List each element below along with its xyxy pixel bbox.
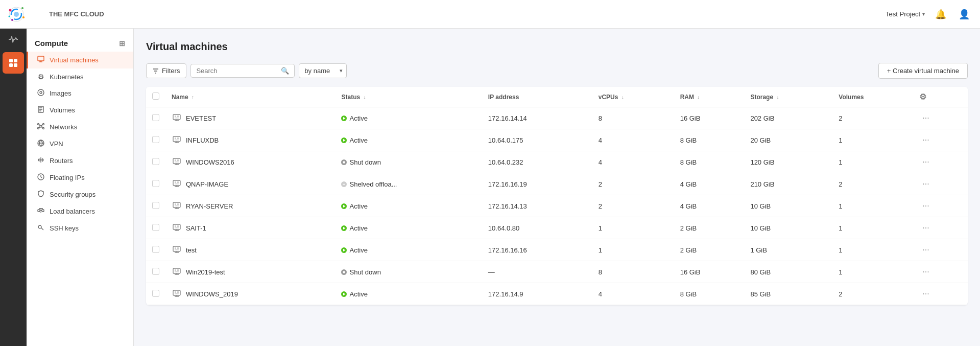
row-actions[interactable]: ··· xyxy=(913,195,968,217)
svg-rect-68 xyxy=(175,269,176,271)
row-name[interactable]: QNAP-IMAGE xyxy=(165,173,335,195)
row-ip: 172.16.14.9 xyxy=(482,283,592,305)
table-header-row: Name ↑ Status ↓ IP address vCPUs ↓ RAM ↓ xyxy=(146,87,968,107)
row-checkbox[interactable] xyxy=(146,261,165,283)
ssh-keys-icon xyxy=(36,224,45,233)
search-input[interactable] xyxy=(196,67,278,75)
row-checkbox-custom[interactable] xyxy=(152,180,159,187)
header-vcpus[interactable]: vCPUs ↓ xyxy=(592,87,674,107)
row-checkbox-custom[interactable] xyxy=(152,290,159,297)
header-ram[interactable]: RAM ↓ xyxy=(674,87,745,107)
row-checkbox-custom[interactable] xyxy=(152,136,159,143)
row-name[interactable]: Win2019-test xyxy=(165,261,335,283)
row-checkbox[interactable] xyxy=(146,107,165,129)
select-all-checkbox[interactable] xyxy=(152,93,159,100)
sidebar-collapse-icon[interactable]: ⊞ xyxy=(119,39,125,48)
row-checkbox[interactable] xyxy=(146,195,165,217)
row-name[interactable]: RYAN-SERVER xyxy=(165,195,335,217)
sidebar-item-label-ssh-keys: SSH keys xyxy=(50,224,79,232)
sidebar-item-label-volumes: Volumes xyxy=(50,106,75,114)
header-name[interactable]: Name ↑ xyxy=(165,87,335,107)
sort-select[interactable]: by name by status by IP by vCPUs by RAM xyxy=(299,63,347,78)
create-vm-button[interactable]: + Create virtual machine xyxy=(878,63,968,79)
icon-nav xyxy=(0,0,27,346)
row-ram: 2 GiB xyxy=(674,217,745,239)
row-checkbox[interactable] xyxy=(146,217,165,239)
user-menu-button[interactable]: 👤 xyxy=(957,7,972,22)
table-row: Win2019-test Shut down — 8 16 GiB 80 GiB… xyxy=(146,261,968,283)
row-checkbox-custom[interactable] xyxy=(152,224,159,231)
row-actions-button[interactable]: ··· xyxy=(919,156,932,168)
header-ram-label: RAM xyxy=(680,94,694,101)
row-actions-button[interactable]: ··· xyxy=(919,288,932,299)
row-actions[interactable]: ··· xyxy=(913,239,968,261)
project-selector[interactable]: Test Project ▾ xyxy=(886,10,925,18)
row-name[interactable]: SAIT-1 xyxy=(165,217,335,239)
sidebar-item-networks[interactable]: Networks xyxy=(27,119,133,135)
ram-sort-arrow: ↓ xyxy=(697,95,700,100)
nav-compute[interactable] xyxy=(3,52,24,74)
row-actions[interactable]: ··· xyxy=(913,129,968,151)
row-checkbox-custom[interactable] xyxy=(152,158,159,165)
row-actions[interactable]: ··· xyxy=(913,217,968,239)
row-storage: 210 GiB xyxy=(744,173,832,195)
row-actions-button[interactable]: ··· xyxy=(919,222,932,234)
row-actions-button[interactable]: ··· xyxy=(919,200,932,212)
row-checkbox[interactable] xyxy=(146,173,165,195)
header-status[interactable]: Status ↓ xyxy=(335,87,482,107)
sidebar-item-label-networks: Networks xyxy=(50,123,77,131)
sidebar-item-routers[interactable]: Routers xyxy=(27,152,133,169)
header-checkbox[interactable] xyxy=(146,87,165,107)
row-ip: 10.64.0.80 xyxy=(482,217,592,239)
row-name[interactable]: EVETEST xyxy=(165,107,335,129)
row-vcpus: 8 xyxy=(592,261,674,283)
row-checkbox[interactable] xyxy=(146,239,165,261)
sidebar-item-security-groups[interactable]: Security groups xyxy=(27,186,133,203)
sidebar-item-virtual-machines[interactable]: Virtual machines xyxy=(27,52,133,68)
row-name[interactable]: INFLUXDB xyxy=(165,129,335,151)
row-name[interactable]: WINDOWS_2019 xyxy=(165,283,335,305)
svg-rect-45 xyxy=(175,181,176,183)
row-actions-button[interactable]: ··· xyxy=(919,244,932,256)
row-checkbox[interactable] xyxy=(146,151,165,173)
project-name: Test Project xyxy=(886,10,920,18)
row-vcpus: 4 xyxy=(592,129,674,151)
notifications-button[interactable]: 🔔 xyxy=(933,7,948,22)
row-actions[interactable]: ··· xyxy=(913,261,968,283)
sidebar-item-load-balancers[interactable]: Load balancers xyxy=(27,203,133,220)
row-actions[interactable]: ··· xyxy=(913,173,968,195)
sidebar-item-vpn[interactable]: VPN xyxy=(27,135,133,152)
row-status: Active xyxy=(335,195,482,217)
row-actions[interactable]: ··· xyxy=(913,283,968,305)
nav-pulse[interactable] xyxy=(3,29,24,50)
row-checkbox-custom[interactable] xyxy=(152,246,159,253)
row-actions-button[interactable]: ··· xyxy=(919,134,932,146)
row-actions-button[interactable]: ··· xyxy=(919,112,932,124)
row-checkbox[interactable] xyxy=(146,129,165,151)
row-checkbox-custom[interactable] xyxy=(152,268,159,275)
svg-rect-40 xyxy=(177,159,179,161)
sidebar-item-floating-ips[interactable]: Floating IPs xyxy=(27,169,133,186)
row-name-text: WINDOWS2016 xyxy=(186,158,234,166)
row-checkbox-custom[interactable] xyxy=(152,114,159,121)
row-status-text: Active xyxy=(349,202,367,210)
header-storage[interactable]: Storage ↓ xyxy=(744,87,832,107)
row-actions[interactable]: ··· xyxy=(913,151,968,173)
brand-name: THE MFC CLOUD xyxy=(49,10,104,18)
sidebar-item-volumes[interactable]: Volumes xyxy=(27,102,133,119)
svg-rect-41 xyxy=(175,162,179,163)
row-checkbox[interactable] xyxy=(146,283,165,305)
sidebar-item-images[interactable]: Images xyxy=(27,85,133,102)
row-actions[interactable]: ··· xyxy=(913,107,968,129)
row-status: Shelved offloa... xyxy=(335,173,482,195)
sidebar-item-ssh-keys[interactable]: SSH keys xyxy=(27,220,133,237)
row-name[interactable]: WINDOWS2016 xyxy=(165,151,335,173)
row-checkbox-custom[interactable] xyxy=(152,202,159,209)
row-actions-button[interactable]: ··· xyxy=(919,178,932,190)
row-name[interactable]: test xyxy=(165,239,335,261)
filter-button[interactable]: Filters xyxy=(146,63,186,78)
row-storage: 10 GiB xyxy=(744,195,832,217)
row-actions-button[interactable]: ··· xyxy=(919,266,932,278)
table-settings-icon[interactable]: ⚙ xyxy=(919,93,926,101)
sidebar-item-kubernetes[interactable]: ⚙ Kubernetes xyxy=(27,68,133,85)
